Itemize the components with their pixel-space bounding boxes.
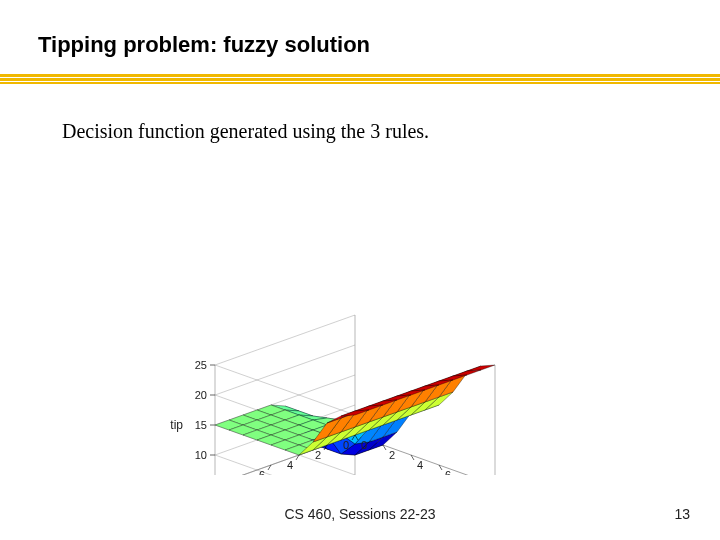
svg-text:10: 10 [195, 449, 207, 461]
svg-text:6: 6 [259, 469, 265, 475]
svg-text:2: 2 [389, 449, 395, 461]
svg-line-9 [215, 315, 355, 365]
page-number: 13 [674, 506, 690, 522]
svg-line-7 [215, 345, 355, 395]
title-stripe [0, 74, 720, 84]
surface-chart: 02468100246810510152025servicefoodtip [155, 155, 575, 475]
slide-footer: CS 460, Sessions 22-23 [0, 506, 720, 522]
svg-text:0: 0 [343, 439, 349, 451]
svg-text:tip: tip [170, 418, 183, 432]
svg-text:4: 4 [287, 459, 293, 471]
slide-body-text: Decision function generated using the 3 … [62, 120, 429, 143]
svg-text:4: 4 [417, 459, 423, 471]
svg-line-2 [215, 455, 355, 475]
svg-text:2: 2 [315, 449, 321, 461]
svg-text:0: 0 [361, 439, 367, 451]
svg-text:6: 6 [445, 469, 451, 475]
slide: Tipping problem: fuzzy solution Decision… [0, 0, 720, 540]
slide-title: Tipping problem: fuzzy solution [38, 32, 370, 58]
svg-text:20: 20 [195, 389, 207, 401]
svg-text:25: 25 [195, 359, 207, 371]
svg-text:15: 15 [195, 419, 207, 431]
